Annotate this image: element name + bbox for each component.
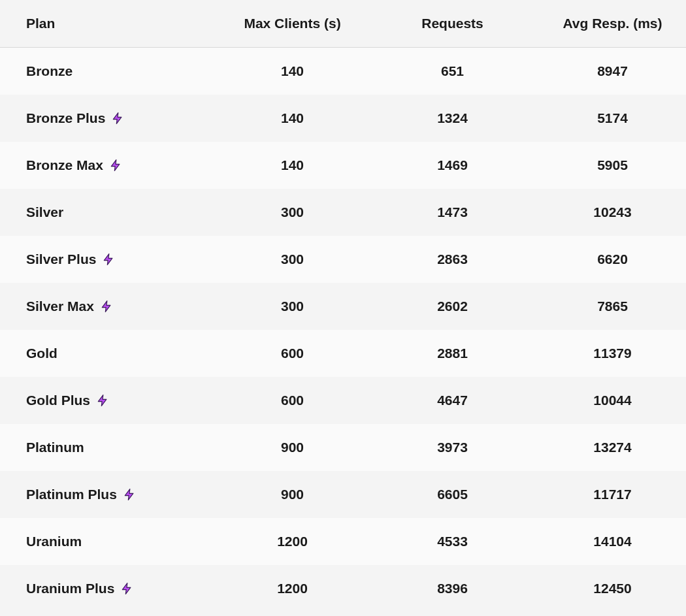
plan-label: Gold — [26, 346, 57, 361]
lightning-bolt-icon — [101, 252, 116, 267]
cell-plan: Platinum Plus — [0, 471, 206, 518]
plan-label: Bronze Plus — [26, 110, 105, 126]
cell-plan: Bronze Max — [0, 142, 206, 189]
cell-max-clients: 140 — [206, 48, 366, 95]
cell-avg-resp: 8947 — [526, 48, 686, 95]
lightning-bolt-icon — [108, 158, 123, 172]
col-header-plan: Plan — [0, 0, 206, 48]
cell-max-clients: 140 — [206, 142, 366, 189]
table-row: Platinum Plus 900660511717 — [0, 471, 686, 518]
table-row: Platinum900397313274 — [0, 424, 686, 471]
plan-label: Platinum — [26, 440, 84, 455]
plan-label: Silver Plus — [26, 251, 96, 267]
cell-requests: 1469 — [366, 142, 526, 189]
col-header-max-clients: Max Clients (s) — [206, 0, 366, 48]
plan-label: Gold Plus — [26, 393, 90, 408]
cell-requests: 6605 — [366, 471, 526, 518]
cell-requests: 1473 — [366, 189, 526, 236]
cell-avg-resp: 5905 — [526, 142, 686, 189]
cell-requests: 2602 — [366, 283, 526, 330]
plan-label: Bronze Max — [26, 157, 103, 173]
cell-requests: 1324 — [366, 95, 526, 142]
cell-avg-resp: 10044 — [526, 377, 686, 424]
plans-table: Plan Max Clients (s) Requests Avg Resp. … — [0, 0, 686, 612]
cell-avg-resp: 14104 — [526, 518, 686, 565]
lightning-bolt-icon — [120, 581, 134, 596]
cell-max-clients: 300 — [206, 283, 366, 330]
cell-avg-resp: 11379 — [526, 330, 686, 377]
plan-label: Platinum Plus — [26, 487, 117, 502]
table-row: Gold Plus 600464710044 — [0, 377, 686, 424]
table-row: Bronze Plus 14013245174 — [0, 95, 686, 142]
table-row: Bronze Max 14014695905 — [0, 142, 686, 189]
cell-avg-resp: 5174 — [526, 95, 686, 142]
lightning-bolt-icon — [110, 111, 125, 125]
cell-requests: 4647 — [366, 377, 526, 424]
cell-avg-resp: 6620 — [526, 236, 686, 283]
table-row: Uranium Plus 1200839612450 — [0, 565, 686, 612]
cell-max-clients: 1200 — [206, 518, 366, 565]
plan-label: Silver Max — [26, 299, 94, 314]
cell-requests: 2881 — [366, 330, 526, 377]
cell-avg-resp: 13274 — [526, 424, 686, 471]
cell-max-clients: 600 — [206, 377, 366, 424]
cell-plan: Platinum — [0, 424, 206, 471]
cell-plan: Silver — [0, 189, 206, 236]
cell-plan: Gold Plus — [0, 377, 206, 424]
cell-avg-resp: 12450 — [526, 565, 686, 612]
table-row: Silver Max 30026027865 — [0, 283, 686, 330]
plan-label: Silver — [26, 204, 63, 220]
table-row: Uranium1200453314104 — [0, 518, 686, 565]
cell-plan: Silver Max — [0, 283, 206, 330]
lightning-bolt-icon — [122, 487, 137, 502]
lightning-bolt-icon — [99, 299, 114, 314]
cell-requests: 8396 — [366, 565, 526, 612]
cell-plan: Gold — [0, 330, 206, 377]
cell-avg-resp: 10243 — [526, 189, 686, 236]
cell-plan: Uranium Plus — [0, 565, 206, 612]
cell-plan: Silver Plus — [0, 236, 206, 283]
cell-max-clients: 140 — [206, 95, 366, 142]
table-row: Silver Plus 30028636620 — [0, 236, 686, 283]
cell-max-clients: 1200 — [206, 565, 366, 612]
col-header-requests: Requests — [366, 0, 526, 48]
table-row: Gold600288111379 — [0, 330, 686, 377]
cell-plan: Bronze — [0, 48, 206, 95]
table-row: Silver300147310243 — [0, 189, 686, 236]
cell-avg-resp: 11717 — [526, 471, 686, 518]
table-row: Bronze1406518947 — [0, 48, 686, 95]
cell-max-clients: 900 — [206, 471, 366, 518]
plan-label: Uranium — [26, 534, 82, 549]
cell-plan: Uranium — [0, 518, 206, 565]
cell-max-clients: 900 — [206, 424, 366, 471]
cell-requests: 4533 — [366, 518, 526, 565]
cell-requests: 3973 — [366, 424, 526, 471]
cell-max-clients: 300 — [206, 236, 366, 283]
cell-requests: 651 — [366, 48, 526, 95]
col-header-avg-resp: Avg Resp. (ms) — [526, 0, 686, 48]
cell-max-clients: 300 — [206, 189, 366, 236]
table-header-row: Plan Max Clients (s) Requests Avg Resp. … — [0, 0, 686, 48]
cell-avg-resp: 7865 — [526, 283, 686, 330]
plan-label: Uranium Plus — [26, 581, 114, 596]
lightning-bolt-icon — [95, 393, 110, 408]
cell-max-clients: 600 — [206, 330, 366, 377]
cell-requests: 2863 — [366, 236, 526, 283]
plan-label: Bronze — [26, 63, 73, 79]
cell-plan: Bronze Plus — [0, 95, 206, 142]
